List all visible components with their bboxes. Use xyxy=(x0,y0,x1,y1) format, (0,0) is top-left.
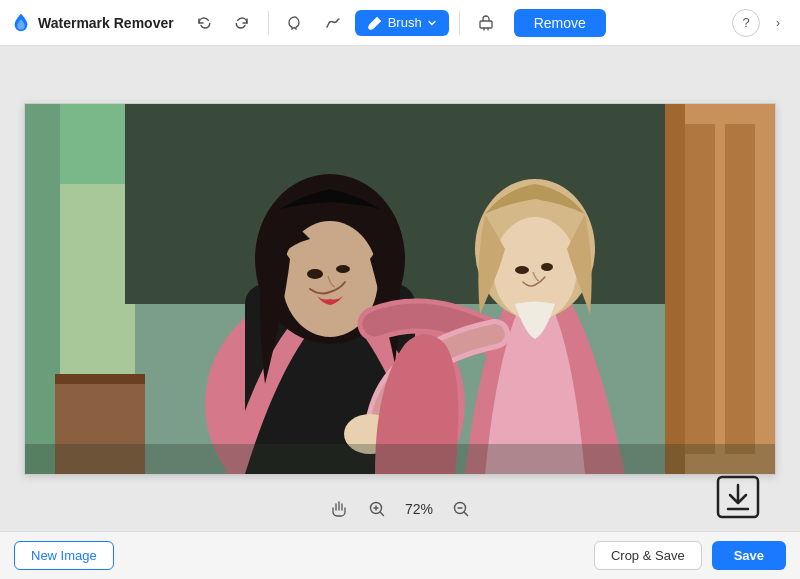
zoom-out-icon xyxy=(452,500,470,518)
brush-dropdown-icon xyxy=(427,18,437,28)
download-arrow-icon xyxy=(716,475,760,519)
undo-button[interactable] xyxy=(188,7,220,39)
divider-1 xyxy=(268,11,269,35)
freehand-icon xyxy=(324,14,342,32)
svg-point-18 xyxy=(336,265,350,273)
svg-rect-25 xyxy=(25,444,775,474)
app-logo-icon xyxy=(10,12,32,34)
download-arrow xyxy=(716,475,760,523)
undo-icon xyxy=(196,15,212,31)
zoom-bar: 72% xyxy=(0,487,800,531)
eraser-icon xyxy=(477,14,495,32)
zoom-level: 72% xyxy=(401,501,437,517)
freehand-tool-button[interactable] xyxy=(317,7,349,39)
lasso-tool-button[interactable] xyxy=(279,7,311,39)
brush-label: Brush xyxy=(388,15,422,30)
svg-rect-1 xyxy=(480,21,492,28)
svg-rect-7 xyxy=(55,374,145,384)
canvas-area: 72% xyxy=(0,46,800,531)
svg-point-0 xyxy=(369,25,372,28)
svg-point-23 xyxy=(541,263,553,271)
expand-button[interactable]: › xyxy=(766,9,790,37)
save-button[interactable]: Save xyxy=(712,541,786,570)
eraser-tool-button[interactable] xyxy=(470,7,502,39)
image-container xyxy=(24,103,776,475)
divider-2 xyxy=(459,11,460,35)
brush-icon xyxy=(367,15,383,31)
svg-point-22 xyxy=(515,266,529,274)
toolbar: Watermark Remover Brush xyxy=(0,0,800,46)
brush-tool-button[interactable]: Brush xyxy=(355,10,449,36)
footer: New Image Crop & Save Save xyxy=(0,531,800,579)
redo-icon xyxy=(234,15,250,31)
svg-rect-5 xyxy=(25,104,60,474)
lasso-icon xyxy=(286,14,304,32)
main-illustration xyxy=(25,104,775,474)
help-button[interactable]: ? xyxy=(732,9,760,37)
remove-button[interactable]: Remove xyxy=(514,9,606,37)
zoom-out-button[interactable] xyxy=(447,495,475,523)
new-image-button[interactable]: New Image xyxy=(14,541,114,570)
zoom-in-icon xyxy=(368,500,386,518)
svg-rect-10 xyxy=(725,124,755,454)
zoom-in-button[interactable] xyxy=(363,495,391,523)
redo-button[interactable] xyxy=(226,7,258,39)
app-logo: Watermark Remover xyxy=(10,12,174,34)
pan-tool-button[interactable] xyxy=(325,495,353,523)
app-title: Watermark Remover xyxy=(38,15,174,31)
svg-rect-9 xyxy=(685,124,715,454)
svg-point-17 xyxy=(307,269,323,279)
crop-save-button[interactable]: Crop & Save xyxy=(594,541,702,570)
svg-rect-11 xyxy=(665,104,685,474)
hand-icon xyxy=(330,500,348,518)
